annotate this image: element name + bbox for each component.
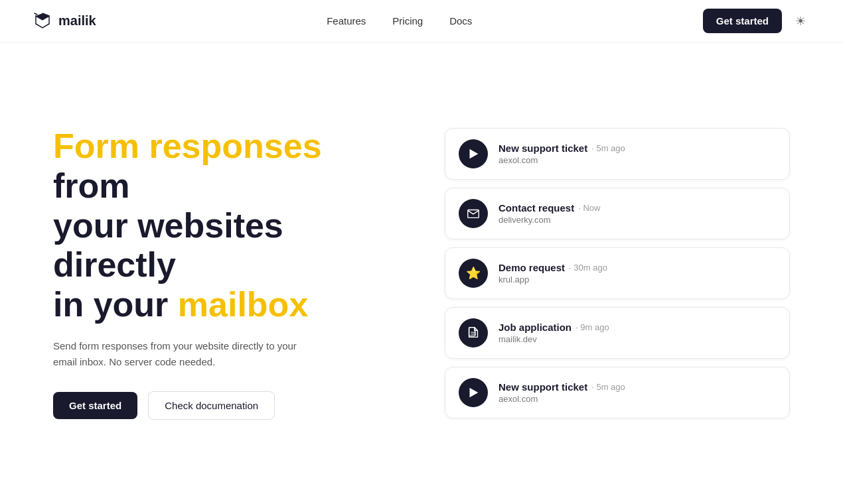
notif-icon-2	[459, 199, 488, 228]
notif-content-1: New support ticket · 5m ago aexol.com	[498, 143, 776, 165]
svg-marker-3	[470, 388, 479, 398]
notif-content-2: Contact request · Now deliverky.com	[498, 202, 776, 225]
notif-icon-3: ⭐	[459, 259, 488, 288]
notif-time-2: · Now	[578, 203, 600, 213]
notif-domain-5: aexol.com	[498, 394, 776, 404]
notif-content-5: New support ticket · 5m ago aexol.com	[498, 381, 776, 404]
notif-time-4: · 9m ago	[575, 322, 609, 332]
notif-title-1: New support ticket · 5m ago	[498, 143, 776, 154]
hero-section: Form responses fromyour websites directl…	[0, 42, 843, 504]
notification-card-2: Contact request · Now deliverky.com	[445, 188, 790, 239]
notif-title-5: New support ticket · 5m ago	[498, 381, 776, 393]
notif-title-text-1: New support ticket	[498, 143, 587, 154]
notification-card-4: Job application · 9m ago mailik.dev	[445, 307, 790, 359]
notif-icon-1	[459, 139, 488, 168]
notif-title-text-3: Demo request	[498, 262, 565, 273]
notification-card-5: New support ticket · 5m ago aexol.com	[445, 367, 790, 418]
notif-title-3: Demo request · 30m ago	[498, 262, 776, 273]
theme-toggle-button[interactable]: ☀	[790, 11, 811, 32]
notif-time-1: · 5m ago	[591, 143, 625, 153]
nav-docs[interactable]: Docs	[449, 15, 472, 27]
notif-title-2: Contact request · Now	[498, 202, 776, 214]
notif-title-text-5: New support ticket	[498, 381, 587, 393]
nav-features[interactable]: Features	[327, 15, 366, 27]
svg-marker-0	[470, 149, 479, 159]
logo-text: mailik	[58, 13, 96, 29]
notif-domain-3: krul.app	[498, 275, 776, 284]
play-icon-2	[466, 385, 481, 400]
notif-content-4: Job application · 9m ago mailik.dev	[498, 322, 776, 344]
notif-title-4: Job application · 9m ago	[498, 322, 776, 333]
hero-buttons: Get started Check documenation	[53, 391, 398, 420]
navbar: mailik Features Pricing Docs Get started…	[0, 0, 843, 42]
hero-left: Form responses fromyour websites directl…	[53, 127, 398, 420]
logo[interactable]: mailik	[32, 11, 96, 32]
notification-card-1: New support ticket · 5m ago aexol.com	[445, 128, 790, 180]
envelope-icon	[466, 206, 481, 221]
notif-icon-5	[459, 378, 488, 407]
hero-get-started-button[interactable]: Get started	[53, 392, 137, 419]
notif-time-5: · 5m ago	[591, 382, 625, 392]
hero-subtext: Send form responses from your website di…	[53, 338, 305, 370]
logo-icon	[32, 11, 53, 32]
hero-docs-button[interactable]: Check documenation	[148, 391, 275, 420]
notif-content-3: Demo request · 30m ago krul.app	[498, 262, 776, 284]
notif-domain-4: mailik.dev	[498, 334, 776, 344]
notif-title-text-2: Contact request	[498, 202, 574, 214]
notif-time-3: · 30m ago	[569, 263, 607, 273]
notif-domain-1: aexol.com	[498, 155, 776, 165]
notif-icon-4	[459, 318, 488, 347]
hero-headline: Form responses fromyour websites directl…	[53, 127, 398, 325]
nav-links: Features Pricing Docs	[327, 15, 472, 27]
nav-get-started-button[interactable]: Get started	[703, 9, 782, 33]
hero-headline-mailbox: mailbox	[178, 285, 309, 324]
play-icon	[466, 147, 481, 161]
notification-card-3: ⭐ Demo request · 30m ago krul.app	[445, 247, 790, 299]
nav-pricing[interactable]: Pricing	[392, 15, 423, 27]
doc-icon	[466, 326, 481, 340]
notif-domain-2: deliverky.com	[498, 215, 776, 225]
hero-headline-highlight: Form responses	[53, 127, 322, 165]
nav-actions: Get started ☀	[703, 9, 811, 33]
notifications-list: New support ticket · 5m ago aexol.com Co…	[445, 128, 790, 418]
star-icon: ⭐	[466, 266, 481, 281]
notif-title-text-4: Job application	[498, 322, 572, 333]
